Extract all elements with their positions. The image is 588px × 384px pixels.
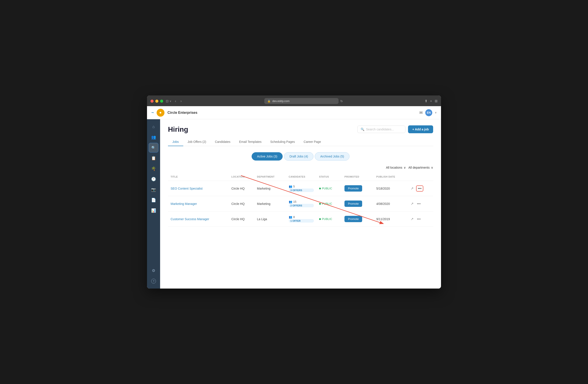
job-promote-cell: Promote [342, 181, 374, 196]
offers-badge: 1 OFFER [289, 219, 314, 223]
filter-tabs-row: Active Jobs (3) Draft Jobs (4) Archived … [168, 152, 433, 161]
col-actions [407, 174, 433, 181]
row-actions-csm: ↗ ••• [410, 216, 431, 222]
promote-button-csm[interactable]: Promote [344, 216, 362, 222]
people-icon: 👥 [289, 185, 292, 188]
external-link-button-seo[interactable]: ↗ [410, 185, 414, 191]
tab-scheduling-pages[interactable]: Scheduling Pages [266, 138, 299, 146]
address-bar[interactable]: 🔒 dev.eddy.com [264, 98, 338, 104]
lang-dropdown-arrow[interactable]: ∨ [435, 111, 437, 114]
sidebar-item-hiring[interactable]: 🔍 [149, 143, 158, 152]
search-box[interactable]: 🔍 Search candidates... [357, 126, 405, 133]
url-text: dev.eddy.com [272, 99, 290, 103]
locations-filter[interactable]: All locations ∨ [386, 166, 406, 169]
more-options-button-csm[interactable]: ••• [416, 216, 421, 222]
people-icon: 👥 [289, 200, 292, 203]
grid-button[interactable]: ⊞ [435, 99, 438, 103]
offers-badge: 3 OFFERS [289, 189, 314, 192]
job-title-link-seo[interactable]: SEO Content Specialist [170, 187, 203, 190]
sidebar-item-time-off[interactable]: 🌴 [149, 164, 158, 173]
add-job-label: + Add a job [412, 128, 429, 131]
sidebar-item-documents[interactable]: 📋 [149, 153, 158, 163]
header-right: 🔍 Search candidates... + Add a job [357, 125, 433, 133]
sidebar-item-help[interactable]: ? [149, 276, 158, 286]
promote-button-seo[interactable]: Promote [344, 185, 362, 192]
language-button[interactable]: EN [425, 109, 432, 116]
camera-icon: 📷 [151, 187, 156, 192]
col-publish-date: PUBLISH DATE [374, 174, 407, 181]
job-promote-cell: Promote [342, 196, 374, 212]
sidebar-item-settings[interactable]: ⚙ [149, 266, 158, 276]
job-status-cell: PUBLIC [316, 196, 342, 212]
table-row: SEO Content Specialist Circle HQ Marketi… [168, 181, 433, 196]
tab-career-page[interactable]: Career Page [299, 138, 325, 146]
share-button[interactable]: ⬆ [425, 99, 427, 103]
sidebar-item-home[interactable]: ⌂ [149, 122, 158, 131]
brand-name: Circle Enterprises [168, 111, 197, 115]
tab-email-templates[interactable]: Email Templates [235, 138, 266, 146]
status-indicator [319, 188, 321, 189]
brand-icon: ● [157, 109, 165, 117]
jobs-table: TITLE LOCATION DEPARTMENT CANDIDATES STA… [168, 174, 433, 227]
job-title-cell: Customer Success Manager [168, 212, 229, 227]
col-title: TITLE [168, 174, 229, 181]
more-options-button-seo[interactable]: ••• [416, 185, 423, 192]
job-date-cell: 9/11/2019 [374, 212, 407, 227]
status-label: PUBLIC [322, 187, 332, 190]
home-icon: ⌂ [152, 125, 155, 129]
job-title-link-csm[interactable]: Customer Success Manager [170, 217, 209, 221]
job-department-cell: La Liga [254, 212, 286, 227]
job-location-cell: Circle HQ [229, 212, 254, 227]
tab-job-offers[interactable]: Job Offers (2) [183, 138, 210, 146]
job-candidates-cell: 👥 5 3 OFFERS [286, 181, 316, 196]
browser-chrome: ⊡ ∨ ‹ › 🔒 dev.eddy.com ↻ ⬆ + ⊞ [147, 95, 441, 106]
close-button[interactable] [150, 100, 154, 103]
mail-button[interactable]: ✉ [419, 110, 423, 115]
reports-icon: 📄 [151, 198, 156, 202]
filter-active-jobs[interactable]: Active Jobs (3) [252, 152, 283, 161]
maximize-button[interactable] [160, 100, 163, 103]
sidebar-toggle-button[interactable]: ⊡ ∨ [166, 99, 171, 103]
status-indicator [319, 218, 321, 220]
external-link-button-csm[interactable]: ↗ [410, 216, 414, 222]
tab-candidates[interactable]: Candidates [210, 138, 235, 146]
sidebar-item-analytics[interactable]: 📊 [149, 206, 158, 215]
add-job-button[interactable]: + Add a job [408, 125, 433, 133]
promote-button-marketing[interactable]: Promote [344, 200, 362, 207]
settings-icon: ⚙ [152, 268, 155, 273]
search-placeholder: Search candidates... [366, 128, 394, 131]
minimize-button[interactable] [155, 100, 158, 103]
sidebar-item-reports[interactable]: 📄 [149, 195, 158, 205]
job-title-link-marketing[interactable]: Marketing Manager [170, 202, 197, 206]
job-location-cell: Circle HQ [229, 181, 254, 196]
sidebar-item-camera[interactable]: 📷 [149, 185, 158, 194]
job-status-cell: PUBLIC [316, 181, 342, 196]
tab-jobs[interactable]: Jobs [168, 138, 183, 146]
row-actions-marketing: ↗ ••• [410, 201, 431, 207]
address-bar-container: 🔒 dev.eddy.com ↻ [185, 98, 422, 104]
departments-filter[interactable]: All departments ∨ [408, 166, 433, 169]
external-link-button-marketing[interactable]: ↗ [410, 201, 414, 207]
job-date-cell: 5/18/2020 [374, 181, 407, 196]
forward-button[interactable]: › [180, 99, 182, 104]
refresh-button[interactable]: ↻ [340, 99, 343, 103]
job-promote-cell: Promote [342, 212, 374, 227]
back-button[interactable]: ‹ [174, 99, 177, 104]
table-row: Marketing Manager Circle HQ Marketing 👥 [168, 196, 433, 212]
clock-icon: 🕐 [151, 177, 156, 182]
main-layout: ⌂ 👥 🔍 📋 🌴 🕐 📷 📄 � [147, 119, 441, 289]
sidebar-item-people[interactable]: 👥 [149, 132, 158, 142]
sidebar: ⌂ 👥 🔍 📋 🌴 🕐 📷 📄 � [147, 119, 160, 289]
more-options-button-marketing[interactable]: ••• [416, 201, 421, 207]
filter-archived-jobs[interactable]: Archived Jobs (5) [315, 152, 350, 161]
traffic-lights [150, 100, 163, 103]
chevron-down-icon: ∨ [404, 166, 406, 169]
job-candidates-cell: 👥 15 2 OFFERS [286, 196, 316, 212]
new-tab-button[interactable]: + [430, 99, 432, 103]
people-icon: 👥 [151, 135, 156, 140]
col-promoted: PROMOTED [342, 174, 374, 181]
sidebar-item-clock[interactable]: 🕐 [149, 174, 158, 184]
filter-draft-jobs[interactable]: Draft Jobs (4) [284, 152, 314, 161]
job-title-cell: SEO Content Specialist [168, 181, 229, 196]
chevron-down-icon: ∨ [431, 166, 433, 169]
